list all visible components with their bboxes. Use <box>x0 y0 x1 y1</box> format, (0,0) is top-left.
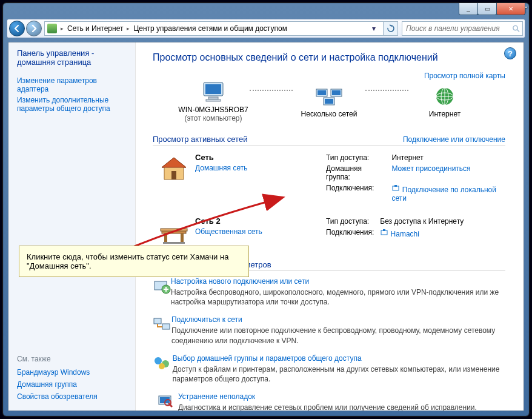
svg-rect-9 <box>332 90 341 95</box>
sidebar-home-link[interactable]: Панель управления - домашняя страница <box>17 49 128 67</box>
sidebar-link-homegroup[interactable]: Домашняя группа <box>17 380 128 389</box>
networks-icon <box>287 84 371 109</box>
svg-point-0 <box>513 25 517 30</box>
map-node-internet[interactable]: Интернет <box>402 84 487 118</box>
arrow-left-icon <box>13 24 21 33</box>
svg-rect-3 <box>205 84 221 94</box>
homegroup-icon <box>153 354 173 384</box>
home-network-icon <box>153 152 195 186</box>
task-troubleshoot[interactable]: Устранение неполадок Диагностика и испра… <box>153 392 505 411</box>
task-connect-network-title: Подключиться к сети <box>171 315 505 324</box>
svg-rect-19 <box>171 171 176 179</box>
ethernet-icon <box>380 228 388 236</box>
network1-type-link[interactable]: Домашняя сеть <box>195 164 247 172</box>
map-node-internet-label: Интернет <box>402 110 487 118</box>
svg-rect-20 <box>393 186 399 190</box>
svg-rect-27 <box>381 230 387 235</box>
svg-rect-28 <box>383 229 385 231</box>
task-troubleshoot-title: Устранение неполадок <box>178 392 477 401</box>
task-homegroup-title: Выбор домашней группы и параметров общег… <box>173 354 505 363</box>
task-connect-network-desc: Подключение или повторное подключение к … <box>171 326 505 345</box>
task-homegroup-sharing[interactable]: Выбор домашней группы и параметров общег… <box>153 354 505 384</box>
svg-rect-11 <box>325 99 333 104</box>
map-node-multi-networks[interactable]: Несколько сетей <box>287 84 371 118</box>
map-connection <box>365 90 408 91</box>
maximize-icon: ▭ <box>485 5 490 12</box>
close-icon: ✕ <box>508 5 513 12</box>
refresh-icon <box>387 24 395 33</box>
svg-rect-5 <box>206 99 221 101</box>
svg-rect-4 <box>208 97 218 99</box>
new-connection-icon <box>153 277 171 307</box>
navigation-bar: ▸ Сеть и Интернет ▸ Центр управления сет… <box>7 19 525 38</box>
net2-access-value: Без доступа к Интернету <box>377 216 466 226</box>
svg-point-35 <box>159 363 165 369</box>
address-bar[interactable]: ▸ Сеть и Интернет ▸ Центр управления сет… <box>44 21 384 36</box>
net1-access-value: Интернет <box>389 153 504 163</box>
task-troubleshoot-desc: Диагностика и исправление сетевых пробле… <box>178 403 477 411</box>
net1-connection-link[interactable]: Подключение по локальной сети <box>391 186 496 203</box>
task-homegroup-desc: Доступ к файлам и принтерам, расположенн… <box>173 364 505 384</box>
refresh-button[interactable] <box>384 21 398 36</box>
svg-point-33 <box>155 357 162 364</box>
section-active-networks-label: Просмотр активных сетей <box>153 135 247 144</box>
svg-rect-21 <box>394 185 397 187</box>
net1-access-label: Тип доступа: <box>324 153 388 163</box>
net1-homegroup-link[interactable]: Может присоединиться <box>391 164 470 173</box>
network1-name: Сеть <box>195 153 322 162</box>
forward-button[interactable] <box>26 21 42 36</box>
network-map: WIN-0MGJHS5ROB7 (этот компьютер) Несколь… <box>153 80 505 125</box>
connect-network-icon <box>153 315 171 345</box>
net2-access-label: Тип доступа: <box>324 216 376 226</box>
sidebar-link-browser-properties[interactable]: Свойства обозревателя <box>17 392 128 401</box>
ethernet-icon <box>391 184 400 192</box>
breadcrumb-chevron[interactable]: ▸ <box>59 25 65 32</box>
map-node-this-pc[interactable]: WIN-0MGJHS5ROB7 (этот компьютер) <box>171 80 256 122</box>
seealso-title: См. также <box>17 355 128 363</box>
minimize-icon: _ <box>467 5 470 12</box>
section-active-networks: Просмотр активных сетей Подключение или … <box>153 135 505 146</box>
svg-rect-7 <box>318 90 326 95</box>
annotation-callout: Кликните сюда, чтобы изменить статус сет… <box>19 246 249 277</box>
page-title: Просмотр основных сведений о сети и наст… <box>153 52 505 63</box>
svg-rect-32 <box>162 324 170 329</box>
arrow-right-icon <box>30 24 38 33</box>
task-new-connection[interactable]: Настройка нового подключения или сети На… <box>153 277 505 307</box>
breadcrumb-seg2[interactable]: Центр управления сетями и общим доступом <box>133 24 287 33</box>
globe-icon <box>402 84 487 109</box>
help-button[interactable]: ? <box>504 47 516 59</box>
search-input[interactable] <box>405 24 512 33</box>
sidebar-link-firewall[interactable]: Брандмауэр Windows <box>17 368 128 377</box>
net2-connection-link[interactable]: Hamachi <box>391 230 419 238</box>
net2-connections-label: Подключения: <box>324 227 376 239</box>
full-map-link[interactable]: Просмотр полной карты <box>424 72 505 80</box>
troubleshoot-icon <box>153 392 178 411</box>
map-node-pc-name: WIN-0MGJHS5ROB7 <box>171 106 256 114</box>
svg-line-1 <box>517 30 519 32</box>
search-box[interactable] <box>402 21 523 36</box>
computer-icon <box>171 80 256 104</box>
maximize-button[interactable]: ▭ <box>477 3 497 15</box>
control-panel-icon <box>47 24 57 33</box>
net1-connections-label: Подключения: <box>324 183 388 203</box>
search-icon <box>512 24 520 33</box>
sidebar-link-sharing-settings[interactable]: Изменить дополнительные параметры общего… <box>17 96 128 113</box>
net1-homegroup-label: Домашняя группа: <box>324 164 388 182</box>
close-button[interactable]: ✕ <box>496 3 525 15</box>
map-connection <box>250 90 293 91</box>
breadcrumb-seg1[interactable]: Сеть и Интернет <box>67 24 123 33</box>
titlebar: _ ▭ ✕ <box>3 3 529 19</box>
task-new-connection-desc: Настройка беспроводного, широкополосного… <box>171 287 505 307</box>
window-frame: MYDIV.NET _ ▭ ✕ ▸ Сеть и Интернет ▸ Цент… <box>2 2 530 417</box>
map-node-pc-sub: (этот компьютер) <box>171 114 256 122</box>
task-connect-network[interactable]: Подключиться к сети Подключение или повт… <box>153 315 505 345</box>
svg-marker-18 <box>162 158 186 167</box>
address-dropdown-button[interactable]: ▾ <box>367 22 381 35</box>
minimize-button[interactable]: _ <box>459 3 478 15</box>
task-new-connection-title: Настройка нового подключения или сети <box>171 277 505 286</box>
connect-disconnect-link[interactable]: Подключение или отключение <box>403 135 505 144</box>
svg-rect-31 <box>154 318 161 324</box>
breadcrumb-chevron[interactable]: ▸ <box>125 25 131 32</box>
back-button[interactable] <box>9 21 25 36</box>
sidebar-link-adapter-settings[interactable]: Изменение параметров адаптера <box>17 76 128 93</box>
